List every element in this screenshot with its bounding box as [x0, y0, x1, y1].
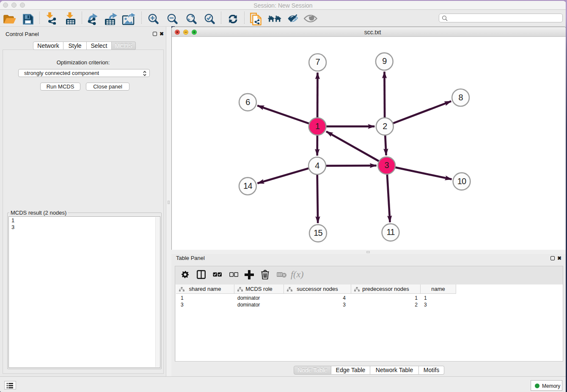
svg-text:1: 1 — [315, 121, 320, 131]
svg-text:2: 2 — [383, 121, 387, 131]
svg-text:10: 10 — [457, 177, 466, 186]
svg-text:3: 3 — [385, 160, 389, 170]
svg-text:6: 6 — [245, 97, 250, 107]
svg-text:8: 8 — [458, 93, 463, 102]
svg-text:14: 14 — [243, 181, 252, 190]
svg-text:11: 11 — [386, 227, 395, 237]
svg-text:9: 9 — [382, 56, 387, 66]
svg-text:4: 4 — [315, 161, 319, 170]
svg-text:15: 15 — [314, 228, 322, 237]
svg-text:7: 7 — [315, 57, 320, 66]
